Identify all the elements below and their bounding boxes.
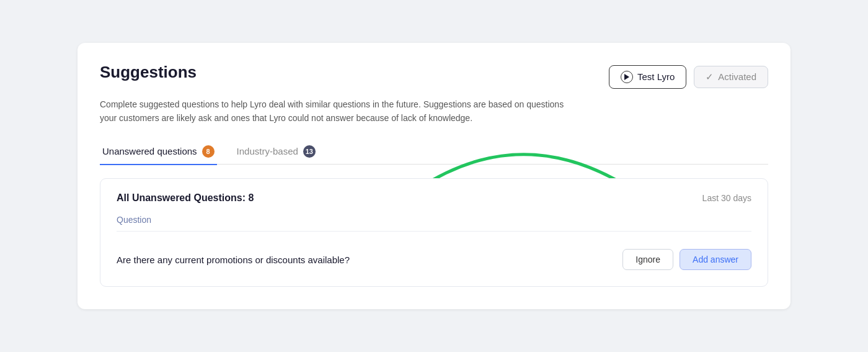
svg-marker-1 <box>624 74 629 80</box>
table-row: Are there any current promotions or disc… <box>117 240 751 273</box>
page-title: Suggestions <box>100 63 197 82</box>
question-text: Are there any current promotions or disc… <box>117 255 350 265</box>
action-buttons: Ignore Add answer <box>622 249 751 270</box>
main-container: Suggestions Test Lyro ✓ Activated Comple… <box>78 43 790 309</box>
last-30-days: Last 30 days <box>702 193 751 203</box>
tabs-row: Unanswered questions 8 Industry-based 13 <box>100 139 768 165</box>
ignore-button[interactable]: Ignore <box>622 249 673 270</box>
play-icon <box>621 71 633 83</box>
tab-industry-badge: 13 <box>303 145 316 158</box>
card-header-row: All Unanswered Questions: 8 Last 30 days <box>117 192 751 204</box>
questions-card: All Unanswered Questions: 8 Last 30 days… <box>100 178 768 287</box>
tab-unanswered-label: Unanswered questions <box>102 146 197 156</box>
description-text: Complete suggested questions to help Lyr… <box>100 97 565 125</box>
question-col-header: Question <box>117 215 751 232</box>
header-row: Suggestions Test Lyro ✓ Activated <box>100 63 768 89</box>
activated-button: ✓ Activated <box>694 66 768 88</box>
add-answer-button[interactable]: Add answer <box>680 249 751 270</box>
tab-unanswered-badge: 8 <box>202 145 215 158</box>
test-lyro-button[interactable]: Test Lyro <box>609 65 686 89</box>
check-icon: ✓ <box>706 71 714 83</box>
tab-industry-label: Industry-based <box>237 146 298 156</box>
tab-unanswered[interactable]: Unanswered questions 8 <box>100 139 217 165</box>
header-actions: Test Lyro ✓ Activated <box>609 65 768 89</box>
tab-industry[interactable]: Industry-based 13 <box>234 139 318 165</box>
card-title: All Unanswered Questions: 8 <box>117 192 254 204</box>
